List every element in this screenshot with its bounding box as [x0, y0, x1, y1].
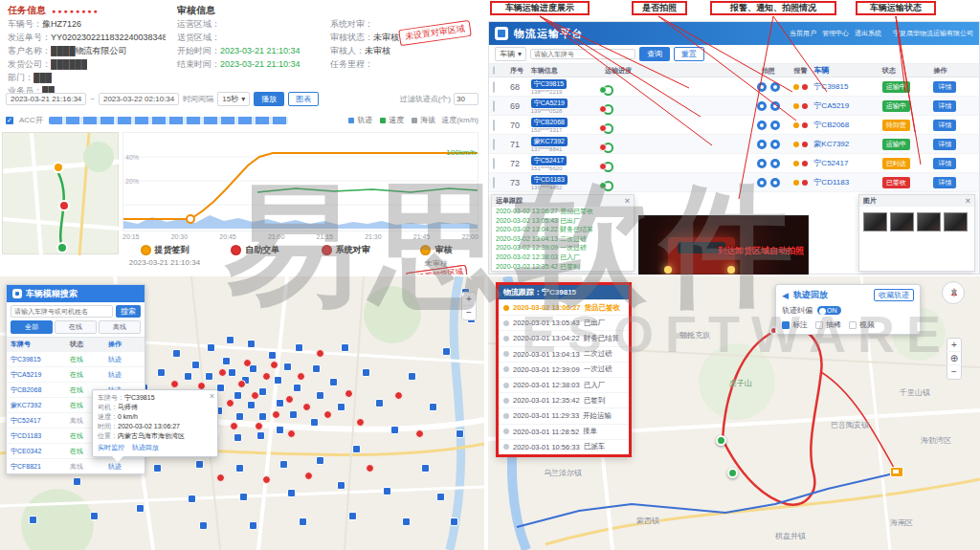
close-icon[interactable]: × [966, 197, 970, 206]
vehicle-marker-online[interactable] [352, 445, 361, 453]
vehicle-marker-online[interactable] [249, 521, 257, 530]
back-icon[interactable]: ◀ [782, 291, 789, 300]
row-checkbox[interactable] [493, 120, 495, 131]
vehicle-marker-online[interactable] [442, 347, 451, 356]
detail-button[interactable]: 详情 [933, 100, 956, 112]
zoom-out-button[interactable]: − [947, 365, 962, 379]
truck-photo[interactable]: 到达卸货区域自动拍照 [638, 215, 809, 275]
photo-thumbnail[interactable] [917, 212, 941, 231]
vehicle-marker-online[interactable] [222, 357, 231, 365]
timeline-row[interactable]: 2020-03-01 12:39:09 一次过磅 [499, 362, 629, 377]
track-link[interactable]: 轨迹 [108, 370, 137, 380]
vehicle-marker-online[interactable] [429, 403, 437, 411]
playback-link[interactable]: 轨迹回放 [132, 443, 159, 452]
detail-button[interactable]: 详情 [933, 158, 956, 169]
timeline-row[interactable]: 2020-03-01 13:04:13 二次过磅 [499, 346, 629, 362]
vehicle-marker-alarm[interactable] [218, 368, 227, 377]
plate-text[interactable]: 蒙KC7392 [813, 139, 880, 149]
vehicle-marker-alarm[interactable] [415, 429, 424, 438]
camera-icon[interactable] [770, 82, 780, 92]
vehicle-marker-alarm[interactable] [394, 391, 403, 400]
vehicle-marker-alarm[interactable] [316, 349, 324, 358]
truck-position-marker[interactable] [890, 467, 903, 477]
vehicle-marker-alarm[interactable] [366, 464, 374, 473]
option-checkbox[interactable] [782, 321, 790, 329]
plate-badge[interactable]: 宁CB2068 [531, 118, 568, 127]
vehicle-marker-online[interactable] [274, 376, 282, 385]
compass-control[interactable] [942, 281, 965, 304]
transport-row[interactable]: 68 宁C39815 138****2219 宁C39815 [489, 77, 979, 97]
legend-item[interactable]: 轨迹 [348, 115, 372, 125]
vehicle-marker-alarm[interactable] [170, 380, 179, 388]
header-link-user[interactable]: 当前用户 [790, 29, 816, 38]
timeline-row[interactable]: 2020-03-01 11:28:52 接单 [499, 424, 629, 439]
vehicle-marker-online[interactable] [157, 368, 166, 377]
vehicle-marker-online[interactable] [258, 387, 267, 396]
vehicle-marker-alarm[interactable] [345, 389, 353, 398]
plate-text[interactable]: 宁C39815 [813, 81, 880, 92]
camera-icon[interactable] [770, 178, 780, 187]
vehicle-marker-online[interactable] [362, 368, 370, 377]
track-map-panel[interactable]: 乌达区 海勃湾区 海南区 棋盘井镇 蒙西镇 千里山镇 巴音陶亥镇 乌兰淖尔镇 桌… [488, 276, 980, 550]
notify-icon[interactable] [793, 180, 799, 186]
vehicle-plate[interactable]: 宁CE0342 [11, 447, 70, 456]
vehicle-marker-online[interactable] [283, 363, 292, 371]
vehicle-marker-online[interactable] [207, 343, 215, 352]
vehicle-marker-alarm[interactable] [255, 422, 263, 430]
photo-thumbnail[interactable] [944, 212, 968, 231]
alarm-icon[interactable] [802, 142, 808, 147]
plate-badge[interactable]: 宁C52417 [531, 156, 568, 165]
vehicle-marker-online[interactable] [316, 391, 324, 400]
route-point-marker[interactable] [716, 435, 726, 446]
notify-icon[interactable] [793, 161, 799, 166]
timeline-row[interactable]: 2020-03-01 12:38:03 已入厂 [499, 377, 629, 392]
vehicle-marker-online[interactable] [310, 418, 319, 427]
live-monitor-link[interactable]: 实时监控 [98, 443, 124, 452]
vehicle-marker-online[interactable] [90, 512, 99, 520]
legend-item[interactable]: 海拔 [412, 115, 435, 125]
vehicle-marker-online[interactable] [312, 364, 321, 373]
vehicle-marker-online[interactable] [29, 516, 37, 524]
vehicle-marker-online[interactable] [228, 368, 236, 377]
plate-badge[interactable]: 宁C39815 [531, 79, 568, 89]
vehicle-marker-online[interactable] [256, 431, 265, 440]
plate-badge[interactable]: 宁CA5219 [531, 99, 568, 108]
vehicle-search-button[interactable]: 搜索 [116, 305, 141, 318]
photo-thumbnail[interactable] [863, 212, 887, 231]
chart-toggle-button[interactable]: 图表 [288, 92, 319, 106]
legend-item[interactable]: 速度 [380, 115, 404, 125]
vehicle-marker-online[interactable] [279, 460, 288, 469]
route-point-marker[interactable] [727, 468, 738, 478]
vehicle-plate[interactable]: 宁CD1183 [11, 431, 70, 441]
vehicle-marker-online[interactable] [337, 481, 345, 490]
zoom-out-button[interactable]: − [461, 306, 477, 319]
vehicle-marker-alarm[interactable] [304, 472, 313, 480]
camera-icon[interactable] [757, 101, 767, 111]
camera-icon[interactable] [757, 140, 767, 149]
vehicle-marker-alarm[interactable] [287, 429, 296, 438]
timeline-row[interactable]: 2020-03-01 13:05:43 已出厂 [499, 315, 629, 330]
vehicle-marker-online[interactable] [436, 493, 445, 501]
vehicle-marker-online[interactable] [341, 343, 349, 352]
notify-icon[interactable] [793, 103, 799, 109]
plate-badge[interactable]: 宁CD1183 [531, 175, 568, 185]
vehicle-search-input[interactable] [11, 305, 113, 318]
acc-timeline-bar[interactable] [49, 117, 288, 124]
vehicle-marker-online[interactable] [191, 361, 200, 369]
vehicle-plate[interactable]: 宁C39815 [11, 355, 70, 364]
playback-option[interactable]: 抽稀 [815, 319, 841, 330]
reset-button[interactable]: 重置 [674, 47, 704, 61]
vehicle-marker-online[interactable] [408, 372, 416, 381]
vehicle-marker-online[interactable] [205, 372, 213, 381]
header-link-admin[interactable]: 管理中心 [822, 29, 849, 38]
header-link-logout[interactable]: 退出系统 [855, 29, 881, 38]
vehicle-marker-online[interactable] [226, 336, 234, 344]
vehicle-marker-online[interactable] [383, 487, 391, 495]
vehicle-marker-alarm[interactable] [270, 361, 278, 369]
vehicle-marker-online[interactable] [188, 495, 196, 503]
vehicle-marker-online[interactable] [402, 517, 411, 526]
vehicle-marker-online[interactable] [153, 464, 162, 473]
vehicle-marker-online[interactable] [276, 426, 284, 434]
camera-icon[interactable] [770, 101, 780, 111]
vehicle-marker-alarm[interactable] [323, 410, 332, 419]
